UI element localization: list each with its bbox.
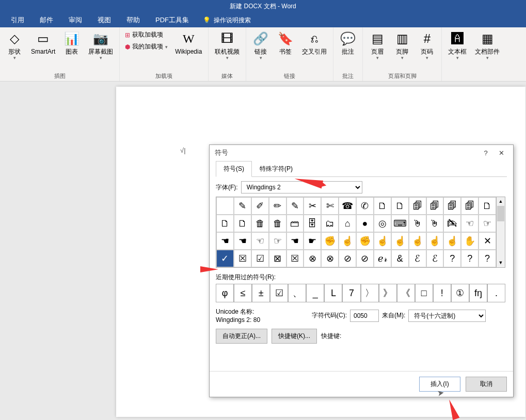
recent-symbol-cell[interactable]: _ bbox=[306, 284, 324, 302]
symbol-cell[interactable]: ℰ bbox=[409, 250, 426, 267]
from-select[interactable]: 符号(十六进制) bbox=[408, 310, 486, 322]
recent-symbol-cell[interactable]: . bbox=[487, 284, 505, 302]
symbol-cell[interactable]: ☝ bbox=[443, 232, 461, 250]
parts-button[interactable]: ▦ 文档部件 bbox=[471, 28, 504, 62]
bookmark-button[interactable]: 🔖 书签 bbox=[273, 28, 298, 57]
symbol-cell[interactable]: ● bbox=[356, 215, 374, 232]
online-video-button[interactable]: 🎞 联机视频 bbox=[211, 28, 244, 62]
symbol-cell[interactable]: 🗄 bbox=[304, 215, 321, 232]
symbol-cell[interactable]: ⊘ bbox=[356, 250, 374, 267]
recent-symbol-cell[interactable]: 《 bbox=[397, 284, 415, 302]
footer-button[interactable]: ▥ 页脚 bbox=[390, 28, 415, 62]
symbol-cell[interactable]: ☜ bbox=[251, 232, 269, 250]
recent-symbol-cell[interactable]: L bbox=[324, 284, 342, 302]
scroll-thumb[interactable] bbox=[497, 206, 504, 221]
recent-symbol-cell[interactable]: □ bbox=[415, 284, 433, 302]
symbol-cell[interactable]: ☞ bbox=[479, 215, 496, 232]
symbol-cell[interactable]: ⊘ bbox=[339, 250, 356, 267]
symbol-cell[interactable]: ☝ bbox=[409, 232, 426, 250]
chart-button[interactable]: 📊 图表 bbox=[59, 28, 84, 57]
textbox-button[interactable]: 🅰 文本框 bbox=[444, 28, 471, 62]
symbol-cell[interactable]: 🖎 bbox=[443, 215, 461, 232]
shapes-button[interactable]: ◇ 形状 bbox=[2, 28, 27, 62]
symbol-cell[interactable]: 🗐 bbox=[426, 197, 444, 215]
symbol-cell[interactable]: ✏ bbox=[269, 197, 286, 215]
tab-mail[interactable]: 邮件 bbox=[32, 13, 61, 27]
symbol-cell[interactable]: ⌨ bbox=[391, 215, 409, 232]
recent-symbol-cell[interactable]: ± bbox=[252, 284, 270, 302]
cancel-button[interactable]: 取消 bbox=[466, 377, 507, 392]
scroll-up-icon[interactable]: ▲ bbox=[497, 197, 505, 206]
symbol-cell[interactable]: 🗐 bbox=[461, 197, 479, 215]
recent-symbol-cell[interactable]: ① bbox=[451, 284, 469, 302]
symbol-cell[interactable]: ✓ bbox=[216, 250, 234, 267]
tab-special[interactable]: 特殊字符(P) bbox=[252, 161, 300, 177]
recent-symbol-cell[interactable]: ! bbox=[433, 284, 451, 302]
symbol-cell[interactable]: ✎ bbox=[234, 197, 251, 215]
symbol-cell[interactable]: ⊗ bbox=[321, 250, 339, 267]
symbol-cell[interactable]: ☝ bbox=[374, 232, 391, 250]
tell-me[interactable]: 操作说明搜索 bbox=[203, 16, 251, 25]
symbol-cell[interactable]: & bbox=[391, 250, 409, 267]
symbol-cell[interactable]: 🗂 bbox=[321, 215, 339, 232]
symbol-cell[interactable]: ? bbox=[461, 250, 479, 267]
autocorrect-button[interactable]: 自动更正(A)... bbox=[216, 329, 267, 344]
symbol-cell[interactable]: 🗋 bbox=[216, 215, 234, 232]
crossref-button[interactable]: ⎌ 交叉引用 bbox=[298, 28, 331, 57]
symbol-cell[interactable]: ✂ bbox=[304, 197, 321, 215]
tab-view[interactable]: 视图 bbox=[90, 13, 119, 27]
symbol-cell[interactable]: ☝ bbox=[339, 232, 356, 250]
comment-button[interactable]: 💬 批注 bbox=[336, 28, 360, 57]
symbol-cell[interactable]: ☝ bbox=[391, 232, 409, 250]
symbol-cell[interactable]: 🗑 bbox=[269, 215, 286, 232]
grid-scrollbar[interactable]: ▲ ▼ bbox=[497, 197, 505, 268]
symbol-cell[interactable]: ✐ bbox=[251, 197, 269, 215]
recent-symbol-cell[interactable]: ☑ bbox=[270, 284, 288, 302]
symbol-cell[interactable]: ☚ bbox=[286, 232, 304, 250]
symbol-cell[interactable]: ℰ bbox=[426, 250, 444, 267]
symbol-cell[interactable]: ☛ bbox=[304, 232, 321, 250]
symbol-cell[interactable]: ☚ bbox=[234, 232, 251, 250]
recent-symbol-cell[interactable]: 、 bbox=[288, 284, 306, 302]
shortcut-button[interactable]: 快捷键(K)... bbox=[272, 329, 317, 344]
symbol-cell[interactable]: ✊ bbox=[321, 232, 339, 250]
recent-symbol-cell[interactable]: φ bbox=[216, 284, 234, 302]
symbol-cell[interactable]: ◎ bbox=[374, 215, 391, 232]
recent-symbol-cell[interactable]: 〉 bbox=[361, 284, 379, 302]
smartart-button[interactable]: ▭ SmartArt bbox=[27, 28, 59, 57]
symbol-cell[interactable]: ✕ bbox=[479, 232, 496, 250]
symbol-cell[interactable]: 🗐 bbox=[409, 197, 426, 215]
symbol-cell[interactable]: ☜ bbox=[461, 215, 479, 232]
symbol-cell[interactable]: ✆ bbox=[356, 197, 374, 215]
symbol-cell[interactable]: 🗑 bbox=[251, 215, 269, 232]
get-addins[interactable]: ⊞获取加载项 bbox=[125, 30, 168, 39]
recent-symbol-cell[interactable]: 》 bbox=[379, 284, 397, 302]
tab-pdf-tools[interactable]: PDF工具集 bbox=[148, 13, 197, 27]
symbol-cell[interactable]: ℯ𝓇 bbox=[374, 250, 391, 267]
scroll-down-icon[interactable]: ▼ bbox=[497, 259, 505, 267]
symbol-cell[interactable]: 🗐 bbox=[443, 197, 461, 215]
symbol-cell[interactable]: ✋ bbox=[461, 232, 479, 250]
symbol-cell[interactable]: ? bbox=[443, 250, 461, 267]
recent-symbol-cell[interactable]: 7 bbox=[342, 284, 360, 302]
tab-help[interactable]: 帮助 bbox=[119, 13, 148, 27]
recent-symbol-cell[interactable]: ≤ bbox=[234, 284, 252, 302]
insert-button[interactable]: 插入(I) bbox=[419, 377, 460, 392]
symbol-cell[interactable]: ☞ bbox=[269, 232, 286, 250]
symbol-cell[interactable]: ✄ bbox=[321, 197, 339, 215]
tab-symbols[interactable]: 符号(S) bbox=[216, 161, 252, 177]
symbol-cell[interactable]: 🖰 bbox=[409, 215, 426, 232]
symbol-cell[interactable]: ⊠ bbox=[269, 250, 286, 267]
symbol-cell[interactable]: ☚ bbox=[216, 232, 234, 250]
symbol-cell[interactable]: 🖰 bbox=[426, 215, 444, 232]
wikipedia-button[interactable]: W Wikipedia bbox=[171, 28, 206, 57]
link-button[interactable]: 🔗 链接 bbox=[248, 28, 273, 62]
symbol-cell[interactable]: 🗋 bbox=[391, 197, 409, 215]
symbol-cell[interactable] bbox=[216, 197, 234, 215]
my-addins[interactable]: ⬢我的加载项 bbox=[125, 42, 168, 51]
symbol-cell[interactable]: ☒ bbox=[286, 250, 304, 267]
font-select[interactable]: Wingdings 2 bbox=[241, 181, 362, 193]
symbol-cell[interactable]: ☝ bbox=[426, 232, 444, 250]
tab-references[interactable]: 引用 bbox=[3, 13, 32, 27]
recent-symbol-cell[interactable]: fŋ bbox=[469, 284, 487, 302]
